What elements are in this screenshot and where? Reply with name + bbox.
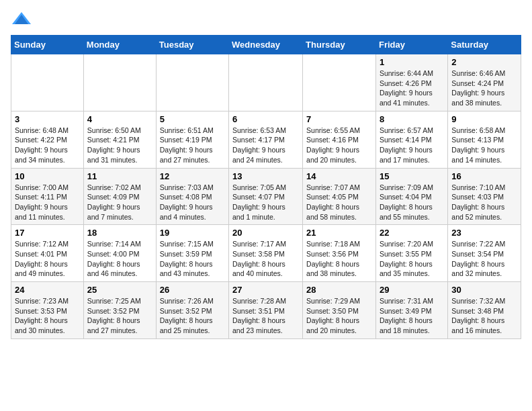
- day-info: Sunrise: 7:05 AM Sunset: 4:07 PM Dayligh…: [232, 183, 299, 222]
- day-number: 27: [232, 285, 299, 295]
- calendar-cell: 12Sunrise: 7:03 AM Sunset: 4:08 PM Dayli…: [156, 168, 228, 225]
- day-info: Sunrise: 7:32 AM Sunset: 3:48 PM Dayligh…: [451, 296, 517, 336]
- day-info: Sunrise: 7:22 AM Sunset: 3:54 PM Dayligh…: [451, 239, 517, 279]
- day-number: 13: [232, 171, 299, 181]
- calendar-cell: 13Sunrise: 7:05 AM Sunset: 4:07 PM Dayli…: [229, 168, 303, 225]
- day-info: Sunrise: 7:12 AM Sunset: 4:01 PM Dayligh…: [15, 239, 80, 279]
- day-number: 19: [160, 228, 225, 238]
- day-number: 28: [306, 285, 372, 295]
- calendar-cell: 15Sunrise: 7:09 AM Sunset: 4:04 PM Dayli…: [375, 168, 447, 225]
- calendar-week-5: 24Sunrise: 7:23 AM Sunset: 3:53 PM Dayli…: [11, 282, 521, 339]
- calendar-cell: 1Sunrise: 6:44 AM Sunset: 4:26 PM Daylig…: [375, 54, 447, 111]
- day-info: Sunrise: 6:53 AM Sunset: 4:17 PM Dayligh…: [232, 126, 299, 165]
- calendar-cell: [303, 54, 376, 111]
- calendar-cell: 5Sunrise: 6:51 AM Sunset: 4:19 PM Daylig…: [156, 111, 228, 168]
- calendar-cell: 25Sunrise: 7:25 AM Sunset: 3:52 PM Dayli…: [83, 282, 156, 339]
- day-info: Sunrise: 7:00 AM Sunset: 4:11 PM Dayligh…: [15, 183, 80, 222]
- calendar-cell: 4Sunrise: 6:50 AM Sunset: 4:21 PM Daylig…: [83, 111, 156, 168]
- day-info: Sunrise: 7:07 AM Sunset: 4:05 PM Dayligh…: [306, 183, 372, 222]
- day-info: Sunrise: 7:09 AM Sunset: 4:04 PM Dayligh…: [380, 183, 444, 222]
- day-number: 15: [380, 171, 444, 181]
- page-container: Sunday Monday Tuesday Wednesday Thursday…: [11, 11, 521, 339]
- day-number: 16: [451, 171, 517, 181]
- day-number: 21: [306, 228, 372, 238]
- day-info: Sunrise: 7:26 AM Sunset: 3:52 PM Dayligh…: [160, 296, 225, 336]
- calendar-table: Sunday Monday Tuesday Wednesday Thursday…: [11, 35, 521, 339]
- day-info: Sunrise: 7:02 AM Sunset: 4:09 PM Dayligh…: [87, 183, 152, 222]
- day-info: Sunrise: 7:31 AM Sunset: 3:49 PM Dayligh…: [380, 296, 444, 336]
- day-info: Sunrise: 6:51 AM Sunset: 4:19 PM Dayligh…: [160, 126, 225, 165]
- calendar-cell: 16Sunrise: 7:10 AM Sunset: 4:03 PM Dayli…: [448, 168, 521, 225]
- calendar-cell: 29Sunrise: 7:31 AM Sunset: 3:49 PM Dayli…: [375, 282, 447, 339]
- calendar-cell: 21Sunrise: 7:18 AM Sunset: 3:56 PM Dayli…: [303, 225, 376, 282]
- calendar-cell: 26Sunrise: 7:26 AM Sunset: 3:52 PM Dayli…: [156, 282, 228, 339]
- day-info: Sunrise: 6:46 AM Sunset: 4:24 PM Dayligh…: [451, 68, 517, 108]
- day-info: Sunrise: 7:23 AM Sunset: 3:53 PM Dayligh…: [15, 296, 80, 336]
- day-info: Sunrise: 7:20 AM Sunset: 3:55 PM Dayligh…: [380, 239, 444, 279]
- day-info: Sunrise: 6:50 AM Sunset: 4:21 PM Dayligh…: [87, 126, 152, 165]
- header: [11, 11, 521, 27]
- day-info: Sunrise: 6:44 AM Sunset: 4:26 PM Dayligh…: [380, 68, 444, 108]
- calendar-cell: [83, 54, 156, 111]
- calendar-cell: 30Sunrise: 7:32 AM Sunset: 3:48 PM Dayli…: [448, 282, 521, 339]
- calendar-cell: 8Sunrise: 6:57 AM Sunset: 4:14 PM Daylig…: [375, 111, 447, 168]
- col-sunday: Sunday: [11, 36, 84, 54]
- col-monday: Monday: [83, 36, 156, 54]
- calendar-cell: 24Sunrise: 7:23 AM Sunset: 3:53 PM Dayli…: [11, 282, 84, 339]
- calendar-cell: 10Sunrise: 7:00 AM Sunset: 4:11 PM Dayli…: [11, 168, 84, 225]
- calendar-cell: 23Sunrise: 7:22 AM Sunset: 3:54 PM Dayli…: [448, 225, 521, 282]
- calendar-cell: 22Sunrise: 7:20 AM Sunset: 3:55 PM Dayli…: [375, 225, 447, 282]
- calendar-cell: [229, 54, 303, 111]
- col-saturday: Saturday: [448, 36, 521, 54]
- day-number: 26: [160, 285, 225, 295]
- calendar-cell: [11, 54, 84, 111]
- calendar-cell: 9Sunrise: 6:58 AM Sunset: 4:13 PM Daylig…: [448, 111, 521, 168]
- day-number: 25: [87, 285, 152, 295]
- day-number: 30: [451, 285, 517, 295]
- day-number: 3: [15, 114, 80, 124]
- day-info: Sunrise: 6:57 AM Sunset: 4:14 PM Dayligh…: [380, 126, 444, 165]
- day-info: Sunrise: 6:48 AM Sunset: 4:22 PM Dayligh…: [15, 126, 80, 165]
- calendar-cell: 18Sunrise: 7:14 AM Sunset: 4:00 PM Dayli…: [83, 225, 156, 282]
- day-number: 29: [380, 285, 444, 295]
- calendar-week-1: 1Sunrise: 6:44 AM Sunset: 4:26 PM Daylig…: [11, 54, 521, 111]
- col-tuesday: Tuesday: [156, 36, 228, 54]
- calendar-cell: 19Sunrise: 7:15 AM Sunset: 3:59 PM Dayli…: [156, 225, 228, 282]
- calendar-cell: 14Sunrise: 7:07 AM Sunset: 4:05 PM Dayli…: [303, 168, 376, 225]
- col-friday: Friday: [375, 36, 447, 54]
- day-number: 6: [232, 114, 299, 124]
- day-info: Sunrise: 7:28 AM Sunset: 3:51 PM Dayligh…: [232, 296, 299, 336]
- day-info: Sunrise: 7:25 AM Sunset: 3:52 PM Dayligh…: [87, 296, 152, 336]
- day-info: Sunrise: 6:58 AM Sunset: 4:13 PM Dayligh…: [451, 126, 517, 165]
- day-number: 24: [15, 285, 80, 295]
- day-info: Sunrise: 7:03 AM Sunset: 4:08 PM Dayligh…: [160, 183, 225, 222]
- calendar-cell: 3Sunrise: 6:48 AM Sunset: 4:22 PM Daylig…: [11, 111, 84, 168]
- header-row: Sunday Monday Tuesday Wednesday Thursday…: [11, 36, 521, 54]
- calendar-week-3: 10Sunrise: 7:00 AM Sunset: 4:11 PM Dayli…: [11, 168, 521, 225]
- day-info: Sunrise: 7:17 AM Sunset: 3:58 PM Dayligh…: [232, 239, 299, 279]
- day-number: 2: [451, 57, 517, 67]
- calendar-week-4: 17Sunrise: 7:12 AM Sunset: 4:01 PM Dayli…: [11, 225, 521, 282]
- calendar-cell: 20Sunrise: 7:17 AM Sunset: 3:58 PM Dayli…: [229, 225, 303, 282]
- day-number: 12: [160, 171, 225, 181]
- day-number: 10: [15, 171, 80, 181]
- day-number: 5: [160, 114, 225, 124]
- day-number: 7: [306, 114, 372, 124]
- day-number: 20: [232, 228, 299, 238]
- calendar-week-2: 3Sunrise: 6:48 AM Sunset: 4:22 PM Daylig…: [11, 111, 521, 168]
- day-number: 14: [306, 171, 372, 181]
- day-info: Sunrise: 7:15 AM Sunset: 3:59 PM Dayligh…: [160, 239, 225, 279]
- logo-icon: [12, 11, 31, 27]
- day-number: 1: [380, 57, 444, 67]
- calendar-cell: 2Sunrise: 6:46 AM Sunset: 4:24 PM Daylig…: [448, 54, 521, 111]
- day-number: 18: [87, 228, 152, 238]
- day-number: 4: [87, 114, 152, 124]
- col-wednesday: Wednesday: [229, 36, 303, 54]
- calendar-cell: [156, 54, 228, 111]
- day-info: Sunrise: 7:29 AM Sunset: 3:50 PM Dayligh…: [306, 296, 372, 336]
- logo-area: [11, 11, 31, 27]
- calendar-cell: 27Sunrise: 7:28 AM Sunset: 3:51 PM Dayli…: [229, 282, 303, 339]
- calendar-cell: 7Sunrise: 6:55 AM Sunset: 4:16 PM Daylig…: [303, 111, 376, 168]
- day-info: Sunrise: 7:14 AM Sunset: 4:00 PM Dayligh…: [87, 239, 152, 279]
- day-number: 17: [15, 228, 80, 238]
